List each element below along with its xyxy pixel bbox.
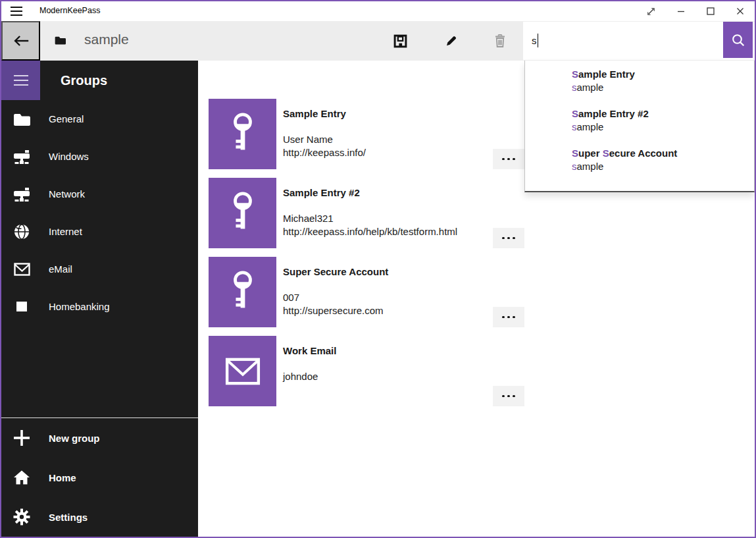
network-pc-icon bbox=[13, 148, 30, 165]
suggestion-title: Sample Entry bbox=[572, 68, 747, 81]
app-window: ModernKeePass bbox=[0, 0, 756, 538]
fullscreen-button[interactable] bbox=[636, 1, 666, 21]
sidebar-item-label: Homebanking bbox=[49, 301, 110, 312]
envelope-icon bbox=[225, 358, 261, 385]
groups-heading: Groups bbox=[61, 73, 107, 88]
entry-row[interactable]: Super Secure Account 007 http://supersec… bbox=[209, 257, 735, 327]
sidebar-item-homebanking[interactable]: Homebanking bbox=[1, 288, 198, 325]
entry-title: Work Email bbox=[283, 345, 336, 356]
entry-tile bbox=[209, 336, 276, 406]
sidebar-item-settings[interactable]: Settings bbox=[1, 497, 198, 537]
plus-icon bbox=[13, 429, 30, 446]
back-arrow-icon bbox=[12, 34, 30, 48]
sidebar-item-internet[interactable]: Internet bbox=[1, 213, 198, 250]
titlebar: ModernKeePass bbox=[1, 1, 755, 21]
key-icon bbox=[228, 111, 258, 157]
sidebar-item-label: Settings bbox=[49, 512, 88, 523]
sidebar-item-general[interactable]: General bbox=[1, 100, 198, 138]
search-query-text: s bbox=[532, 35, 537, 46]
folder-icon bbox=[13, 111, 30, 128]
suggestion-group: sample bbox=[572, 81, 747, 94]
more-options-button[interactable] bbox=[493, 307, 524, 327]
more-options-button[interactable] bbox=[493, 386, 524, 406]
search-suggestions: Sample Entry sample Sample Entry #2 samp… bbox=[524, 61, 755, 192]
delete-button[interactable] bbox=[484, 21, 516, 61]
entry-username: User Name bbox=[283, 133, 366, 146]
entry-username: Michael321 bbox=[283, 212, 457, 225]
close-button[interactable] bbox=[725, 1, 755, 21]
suggestion-item[interactable]: Sample Entry sample bbox=[525, 64, 754, 103]
close-icon bbox=[736, 7, 745, 16]
entry-tile bbox=[209, 99, 276, 169]
entry-username: johndoe bbox=[283, 370, 336, 383]
suggestion-title: Super Secure Account bbox=[572, 147, 747, 160]
gear-icon bbox=[13, 508, 30, 525]
titlebar-hamburger-icon[interactable] bbox=[11, 7, 22, 16]
globe-icon bbox=[13, 223, 30, 240]
maximize-icon bbox=[706, 7, 715, 16]
search-input[interactable]: s bbox=[523, 22, 755, 60]
suggestion-group: sample bbox=[572, 121, 747, 134]
sidebar-item-home[interactable]: Home bbox=[1, 458, 198, 497]
sidebar-item-new-group[interactable]: New group bbox=[1, 418, 198, 458]
sidebar-bottom-nav: New group Home bbox=[1, 417, 198, 537]
square-icon bbox=[13, 298, 30, 315]
app-title: ModernKeePass bbox=[39, 6, 100, 15]
entry-tile bbox=[209, 178, 276, 248]
entry-title: Sample Entry bbox=[283, 108, 366, 119]
more-options-button[interactable] bbox=[493, 228, 524, 248]
sidebar-item-label: Network bbox=[49, 188, 85, 200]
entry-title: Sample Entry #2 bbox=[283, 187, 457, 198]
key-icon bbox=[228, 190, 258, 236]
text-caret bbox=[538, 34, 538, 47]
network-pc-icon bbox=[13, 186, 30, 203]
hamburger-icon bbox=[14, 75, 28, 86]
sidebar: Groups General bbox=[1, 61, 198, 537]
suggestion-item[interactable]: Super Secure Account sample bbox=[525, 143, 754, 182]
sidebar-item-label: eMail bbox=[49, 263, 72, 275]
command-bar: sample s bbox=[1, 21, 755, 61]
home-icon bbox=[13, 469, 30, 486]
edit-pencil-icon bbox=[445, 34, 458, 47]
entry-url: http://keepass.info/help/kb/testform.htm… bbox=[283, 225, 457, 238]
key-icon bbox=[228, 269, 258, 315]
sidebar-item-windows[interactable]: Windows bbox=[1, 138, 198, 175]
sidebar-item-label: Windows bbox=[49, 151, 89, 162]
suggestion-title: Sample Entry #2 bbox=[572, 107, 747, 121]
entry-username: 007 bbox=[283, 291, 388, 304]
save-icon bbox=[393, 34, 407, 48]
maximize-button[interactable] bbox=[695, 1, 725, 21]
sidebar-item-network[interactable]: Network bbox=[1, 175, 198, 213]
entry-url: http://supersecure.com bbox=[283, 304, 388, 317]
back-button[interactable] bbox=[1, 21, 40, 61]
delete-trash-icon bbox=[493, 34, 507, 48]
sidebar-item-label: Home bbox=[49, 472, 76, 483]
database-title: sample bbox=[84, 32, 129, 47]
sidebar-item-label: Internet bbox=[49, 226, 82, 237]
window-controls bbox=[636, 1, 755, 21]
envelope-icon bbox=[13, 261, 30, 278]
suggestion-item[interactable]: Sample Entry #2 sample bbox=[525, 103, 754, 143]
suggestion-group: sample bbox=[572, 160, 747, 173]
edit-button[interactable] bbox=[436, 21, 467, 61]
fullscreen-icon bbox=[646, 7, 656, 16]
database-folder-icon bbox=[55, 36, 66, 45]
entry-tile bbox=[209, 257, 276, 327]
sidebar-item-email[interactable]: eMail bbox=[1, 250, 198, 288]
save-button[interactable] bbox=[384, 21, 416, 61]
search-button[interactable] bbox=[723, 22, 753, 58]
sidebar-item-label: New group bbox=[49, 433, 100, 444]
sidebar-item-label: General bbox=[49, 113, 84, 124]
entry-row[interactable]: Work Email johndoe bbox=[209, 336, 735, 406]
magnifier-icon bbox=[731, 33, 745, 47]
entry-url: http://keepass.info/ bbox=[283, 146, 366, 159]
entry-title: Super Secure Account bbox=[283, 266, 388, 277]
nav-hamburger-button[interactable] bbox=[1, 61, 40, 100]
more-options-button[interactable] bbox=[493, 149, 524, 169]
minimize-icon bbox=[676, 7, 686, 16]
minimize-button[interactable] bbox=[666, 1, 695, 21]
